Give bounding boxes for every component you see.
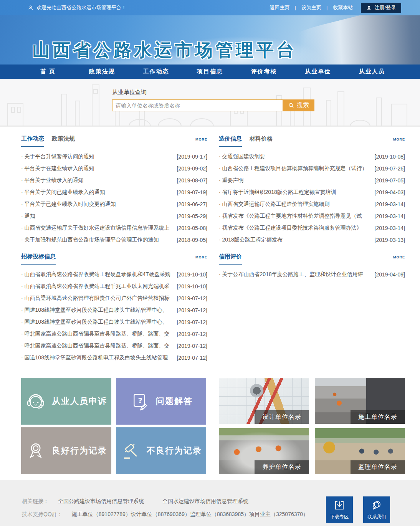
news-item[interactable]: 呼北国家高速公路山西省隰县至吉县段路基、桥隧、路面、交[2019-07-12] bbox=[21, 328, 207, 340]
more-link-cost[interactable]: MORE bbox=[393, 137, 405, 141]
news-item[interactable]: 山西省交通运输厅公路工程造价管理实施细则[2019-03-14] bbox=[219, 198, 405, 210]
topbar: 欢迎光临山西省公路水运市场管理平台！ 返回主页 设为主页 收藏本站 注册/登录 bbox=[0, 0, 420, 15]
tab-work-news[interactable]: 工作动态 bbox=[21, 135, 44, 142]
news-item[interactable]: 省厅将于近期组织2018版公路工程定额宣贯培训[2019-04-03] bbox=[219, 186, 405, 198]
footer: 相关链接： 全国公路建设市场信用信息管理系统 全国水运建设市场信用信息管理系统 … bbox=[0, 480, 420, 526]
news-item[interactable]: 2018版公路工程定额发布[2019-03-13] bbox=[219, 234, 405, 246]
login-register-button[interactable]: 注册/登录 bbox=[361, 3, 401, 13]
search-icon bbox=[288, 102, 294, 109]
login-user-icon bbox=[366, 5, 372, 10]
search-button[interactable]: 搜索 bbox=[283, 99, 314, 111]
news-item[interactable]: 交通强国建设纲要[2019-10-08] bbox=[219, 151, 405, 162]
directory-label: 养护单位名录 bbox=[255, 460, 309, 474]
directory-grid: 设计单位名录 施工单位名录 养护单位名录 监理单位名录 bbox=[219, 378, 405, 474]
related-links-label: 相关链接： bbox=[22, 498, 49, 505]
headset-icon bbox=[25, 391, 46, 412]
qq-support-label: 技术支持QQ群： bbox=[22, 511, 63, 518]
good-behavior-card[interactable]: 良好行为记录 bbox=[21, 427, 111, 474]
user-icon bbox=[28, 5, 34, 11]
news-item[interactable]: 山西省公路工程建设项目估算概算预算编制补充规定（试行）[2019-07-26] bbox=[219, 162, 405, 174]
news-item[interactable]: 平台关于关闭已建业绩录入的通知[2019-07-19] bbox=[21, 186, 207, 198]
news-item[interactable]: 呼北国家高速公路山西省隰县至吉县段路基、桥隧、路面、交[2019-07-12] bbox=[21, 340, 207, 352]
maintenance-units-directory[interactable]: 养护单位名录 bbox=[219, 428, 309, 474]
news-item[interactable]: 国道108线神堂堡至砂河段公路工程白坡头主线站管理中心、[2019-07-12] bbox=[21, 316, 207, 328]
news-item[interactable]: 平台关于在建业绩录入的通知[2019-09-02] bbox=[21, 162, 207, 174]
directory-label: 设计单位名录 bbox=[255, 410, 309, 424]
news-item[interactable]: 国道108线神堂堡至砂河段公路工程白坡头主线站管理中心、[2019-07-12] bbox=[21, 304, 207, 316]
more-link-work[interactable]: MORE bbox=[195, 137, 207, 141]
download-icon bbox=[334, 500, 345, 511]
nav-item[interactable]: 首 页 bbox=[21, 65, 75, 79]
national-waterway-credit-link[interactable]: 全国水运建设市场信用信息管理系统 bbox=[162, 498, 248, 505]
supervision-units-directory[interactable]: 监理单位名录 bbox=[315, 428, 405, 474]
back-home-link[interactable]: 返回主页 bbox=[267, 4, 299, 11]
tab-bidding[interactable]: 招标投标信息 bbox=[21, 253, 56, 260]
news-item[interactable]: 山西省取消高速公路省界收费站工程硬盘录像机和4T硬盘采购[2019-10-10] bbox=[21, 268, 207, 280]
question-note-icon: ? bbox=[129, 391, 150, 412]
work-news-panel: 工作动态 政策法规 MORE 关于平台升级暂停访问的通知[2019-09-17]… bbox=[21, 135, 207, 246]
news-item[interactable]: 我省发布《公路工程建设项目委托技术咨询服务管理办法》[2019-03-14] bbox=[219, 222, 405, 234]
qq-group-numbers: 施工单位（891027789）设计单位（887690369）监理单位（88368… bbox=[72, 511, 308, 518]
more-link-bidding[interactable]: MORE bbox=[195, 255, 207, 259]
design-units-directory[interactable]: 设计单位名录 bbox=[219, 378, 309, 424]
news-item[interactable]: 重要声明[2019-07-05] bbox=[219, 174, 405, 186]
nav-item[interactable]: 从业单位 bbox=[291, 65, 345, 79]
more-link-credit[interactable]: MORE bbox=[393, 255, 405, 259]
gavel-icon bbox=[120, 440, 141, 461]
tab-material-price[interactable]: 材料价格 bbox=[250, 135, 273, 142]
nav-item[interactable]: 项目信息 bbox=[183, 65, 237, 79]
news-item[interactable]: 关于平台升级暂停访问的通知[2019-09-17] bbox=[21, 151, 207, 162]
directory-label: 施工单位名录 bbox=[351, 410, 405, 424]
tab-policy[interactable]: 政策法规 bbox=[52, 135, 75, 142]
cost-info-panel: 造价信息 材料价格 MORE 交通强国建设纲要[2019-10-08] 山西省公… bbox=[219, 135, 405, 246]
chat-bubbles-icon bbox=[371, 500, 382, 511]
site-title: 山西省公路水运市场管理平台 bbox=[32, 38, 297, 62]
welcome-message: 欢迎光临山西省公路水运市场管理平台！ bbox=[28, 4, 126, 11]
news-item[interactable]: 平台关于已建业绩录入时间变更的通知[2019-06-27] bbox=[21, 198, 207, 210]
qa-card[interactable]: ? 问题解答 bbox=[116, 378, 206, 425]
staff-appeal-card[interactable]: 从业人员申诉 bbox=[21, 378, 111, 425]
set-home-link[interactable]: 设为主页 bbox=[299, 4, 330, 11]
tab-cost-info[interactable]: 造价信息 bbox=[219, 135, 242, 142]
national-highway-credit-link[interactable]: 全国公路建设市场信用信息管理系统 bbox=[58, 498, 144, 505]
main-content: 工作动态 政策法规 MORE 关于平台升级暂停访问的通知[2019-09-17]… bbox=[21, 127, 405, 474]
news-item[interactable]: 山西省取消高速公路省界收费站工程千兆工业以太网光端机采[2019-10-10] bbox=[21, 280, 207, 292]
bad-behavior-card[interactable]: 不良行为记录 bbox=[116, 427, 206, 474]
contact-us-button[interactable]: 联系我们 bbox=[363, 496, 390, 523]
construction-units-directory[interactable]: 施工单位名录 bbox=[315, 378, 405, 424]
favorite-link[interactable]: 收藏本站 bbox=[330, 4, 356, 11]
news-item[interactable]: 关于加强和规范山西省公路市场管理平台管理工作的通知[2018-09-05] bbox=[21, 234, 207, 246]
nav-item[interactable]: 评价考核 bbox=[237, 65, 291, 79]
tab-credit[interactable]: 信用评价 bbox=[219, 253, 242, 260]
news-item[interactable]: 平台关于业绩录入的通知[2019-08-07] bbox=[21, 174, 207, 186]
unit-search-section: 从业单位查询 搜索 bbox=[0, 79, 420, 127]
directory-label: 监理单位名录 bbox=[351, 460, 405, 474]
credit-panel: 信用评价 MORE 关于公布山西省2018年度公路施工、监理和设计企业信用评[2… bbox=[219, 253, 405, 364]
news-item[interactable]: 国道108线神堂堡至砂河段公路机电工程及白坡头主线站管理[2019-07-12] bbox=[21, 352, 207, 364]
bidding-panel: 招标投标信息 MORE 山西省取消高速公路省界收费站工程硬盘录像机和4T硬盘采购… bbox=[21, 253, 207, 364]
quick-links-grid: 从业人员申诉 ? 问题解答 良好行为记录 bbox=[21, 378, 206, 474]
welcome-text: 欢迎光临山西省公路水运市场管理平台！ bbox=[36, 4, 126, 11]
news-item[interactable]: 关于公布山西省2018年度公路施工、监理和设计企业信用评[2019-04-09] bbox=[219, 268, 405, 280]
unit-search-input[interactable] bbox=[112, 99, 283, 111]
download-zone-button[interactable]: 下载专区 bbox=[326, 496, 353, 523]
nav-item[interactable]: 工作动态 bbox=[129, 65, 183, 79]
news-item[interactable]: 通知[2019-05-29] bbox=[21, 210, 207, 222]
news-item[interactable]: 山西省交通运输厅关于做好水运建设市场信用信息管理系统上[2019-05-08] bbox=[21, 222, 207, 234]
news-item[interactable]: 山西吕梁环城高速公路管理有限责任公司户外广告经营权招标[2019-07-12] bbox=[21, 292, 207, 304]
main-navigation: 首 页政策法规工作动态项目信息评价考核从业单位从业人员 bbox=[0, 65, 420, 79]
site-banner: 山西省公路水运市场管理平台 bbox=[0, 15, 420, 65]
medal-icon bbox=[25, 440, 46, 461]
nav-item[interactable]: 政策法规 bbox=[75, 65, 129, 79]
nav-item[interactable]: 从业人员 bbox=[345, 65, 399, 79]
news-item[interactable]: 我省发布《公路工程主要地方性材料价差调整指导意见（试[2019-03-14] bbox=[219, 210, 405, 222]
svg-text:?: ? bbox=[138, 396, 143, 405]
search-section-title: 从业单位查询 bbox=[112, 89, 316, 96]
